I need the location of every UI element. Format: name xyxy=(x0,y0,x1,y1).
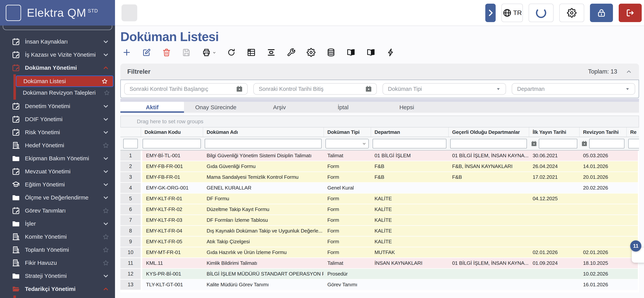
filter-input[interactable] xyxy=(514,86,624,92)
column-filter-input[interactable] xyxy=(142,139,201,148)
table-row[interactable]: 3EMY-FB-FR-01Mama Sandalyesi Temizlik Ko… xyxy=(120,172,639,183)
table-row[interactable]: 6EMY-KLT-FR-02Düzeltme Takip Kayıt Formu… xyxy=(120,204,639,215)
calendar-solid-icon[interactable] xyxy=(365,85,372,93)
column-header[interactable]: Re xyxy=(626,127,639,137)
sidebar-item[interactable]: Mevzuat Yönetimi xyxy=(0,165,115,178)
grid-settings-button[interactable] xyxy=(307,48,316,57)
sidebar-item[interactable]: İşler xyxy=(0,217,115,230)
star-icon[interactable] xyxy=(102,207,109,214)
sidebar-item[interactable]: Komite Yönetimi xyxy=(0,230,115,243)
column-header[interactable]: Doküman Tipi xyxy=(324,127,371,137)
star-icon[interactable] xyxy=(102,246,109,253)
column-header[interactable]: İlk Yayın Tarihi xyxy=(529,127,579,137)
add-button[interactable] xyxy=(122,48,131,57)
column-filter-input[interactable] xyxy=(539,139,577,148)
sidebar-item[interactable]: Ekipman Bakım Yönetimi xyxy=(0,152,115,165)
delete-button[interactable] xyxy=(162,48,171,57)
table-row[interactable]: 11KML.11Kimlik Bildirimi TalimatıTalimat… xyxy=(120,258,639,269)
back-button[interactable] xyxy=(122,5,137,21)
settings-button[interactable] xyxy=(559,4,584,22)
table-row[interactable]: 2EMY-FB-FR-001Gıda Güvenliği FormuFormF&… xyxy=(120,161,639,172)
notification-badge[interactable]: 11 xyxy=(630,240,641,251)
column-header[interactable]: Doküman Kodu xyxy=(141,127,203,137)
expand-button[interactable] xyxy=(485,4,496,22)
table-row[interactable]: 4EMY-GK-ORG-001GENEL KURALLARGenel Kural… xyxy=(120,183,639,194)
sidebar-item[interactable]: Tedarikçi Yönetimi xyxy=(0,282,115,295)
table-row[interactable]: 10EMY-MT-FR-01Gıda Hazırlık ve Ürün İzle… xyxy=(120,247,639,258)
sidebar-item[interactable]: Denetim Yönetimi xyxy=(0,100,115,113)
sidebar-item[interactable]: Hedef Yönetimi xyxy=(0,139,115,152)
filter-field[interactable] xyxy=(512,83,635,95)
table-row[interactable]: 1EMY-Bİ-TL-001Bilgi Güvenliği Yönetim Si… xyxy=(120,151,639,161)
calendar-icon[interactable] xyxy=(581,140,588,147)
docs-button[interactable] xyxy=(346,48,355,57)
column-header[interactable]: Geçerli Olduğu Departmanlar xyxy=(448,127,529,137)
dropdown-arrow-icon[interactable] xyxy=(495,86,502,92)
tab-4[interactable]: İptal xyxy=(311,102,375,113)
table-row[interactable]: 9EMY-KLT-FR-05Atık Takip ÇizelgesiFormKA… xyxy=(120,237,639,247)
table-row[interactable]: 5EMY-KLT-FR-01DF FormuFormKALİTE04.12.20… xyxy=(120,194,639,204)
sidebar-item[interactable]: Risk Yönetimi xyxy=(0,126,115,139)
loading-indicator[interactable] xyxy=(528,4,554,22)
sidebar-item[interactable]: İnsan Kaynakları xyxy=(0,35,115,48)
column-filter-input[interactable] xyxy=(372,139,446,148)
table-row[interactable]: 7EMY-KLT-FR-03DF Formları İzleme Tablosu… xyxy=(120,215,639,226)
sidebar-item[interactable]: Strateji Yönetimi xyxy=(0,269,115,282)
docs-button-2[interactable] xyxy=(366,48,375,57)
row-group-dropzone[interactable]: Drag here to set row groups xyxy=(120,116,639,127)
table-row[interactable]: 12KYS-PR-Bİ-001BİLGİ İŞLEM MÜDÜRÜ STANDA… xyxy=(120,269,639,279)
logout-button[interactable] xyxy=(619,4,642,22)
filter-input[interactable] xyxy=(384,86,495,92)
language-button[interactable]: TR xyxy=(502,4,523,22)
row-height-button[interactable] xyxy=(267,48,276,57)
filter-field[interactable] xyxy=(254,83,377,95)
filter-input[interactable] xyxy=(255,86,365,92)
sidebar-subitem[interactable]: Doküman Revizyon Talepleri xyxy=(16,87,115,98)
star-icon[interactable] xyxy=(102,233,109,240)
sidebar-item[interactable]: İş Kazası ve Vizite Yönetimi xyxy=(0,48,115,61)
star-icon[interactable] xyxy=(102,259,109,266)
calendar-icon[interactable] xyxy=(531,140,537,147)
print-button[interactable] xyxy=(202,48,211,57)
sidebar-item[interactable]: Eğitim Yönetimi xyxy=(0,178,115,191)
column-filter-select[interactable] xyxy=(326,139,369,148)
sidebar-item[interactable]: Görev Tanımları xyxy=(0,204,115,217)
menu-toggle-button[interactable] xyxy=(6,5,21,21)
tab-3[interactable]: Arşiv xyxy=(248,102,311,113)
column-header[interactable]: Revizyon Tarihi xyxy=(579,127,626,137)
table-row[interactable]: 8EMY-KLT-FR-04Dış Kaynaklı Doküman Takip… xyxy=(120,226,639,237)
column-filter-input[interactable] xyxy=(450,139,527,148)
excel-export-button[interactable] xyxy=(247,48,256,57)
column-header[interactable] xyxy=(120,127,141,137)
column-filter-input[interactable] xyxy=(205,139,322,148)
sidebar-item[interactable]: Doküman Yönetimi xyxy=(0,61,115,74)
tab-5[interactable]: Hepsi xyxy=(375,102,438,113)
column-filter-input[interactable] xyxy=(123,139,138,148)
save-button[interactable] xyxy=(182,48,191,57)
collapse-filters-icon[interactable] xyxy=(626,68,632,75)
table-row[interactable]: 13TLY-KLT-GT-001Kalite Müdürü Görev Tanı… xyxy=(120,279,639,290)
refresh-button[interactable] xyxy=(227,48,236,57)
database-button[interactable] xyxy=(326,48,336,57)
tab-1[interactable]: Aktif xyxy=(120,102,184,113)
quick-actions-button[interactable] xyxy=(386,48,395,57)
star-icon[interactable] xyxy=(102,142,109,149)
tools-button[interactable] xyxy=(287,48,296,57)
filter-field[interactable] xyxy=(124,83,248,95)
dropdown-arrow-icon[interactable] xyxy=(624,86,630,92)
sidebar-item[interactable]: Fikir Havuzu xyxy=(0,256,115,269)
sidebar-subitem[interactable]: Tedarikçi Listesi xyxy=(16,297,115,298)
filter-field[interactable] xyxy=(382,83,506,95)
sidebar-subitem[interactable]: Doküman Listesi xyxy=(16,75,114,87)
sidebar-item[interactable]: Ölçme ve Değerlendirme xyxy=(0,191,115,204)
tab-2[interactable]: Onay Sürecinde xyxy=(184,102,248,113)
column-header[interactable]: Departman xyxy=(371,127,448,137)
column-filter-input[interactable] xyxy=(628,139,639,148)
sidebar-item[interactable]: Toplantı Yönetimi xyxy=(0,243,115,256)
sidebar-item[interactable]: DOIF Yönetimi xyxy=(0,113,115,126)
star-icon[interactable] xyxy=(104,89,110,96)
star-icon[interactable] xyxy=(102,78,108,84)
edit-button[interactable] xyxy=(142,48,151,57)
filter-input[interactable] xyxy=(126,86,236,92)
lock-button[interactable] xyxy=(590,4,613,22)
